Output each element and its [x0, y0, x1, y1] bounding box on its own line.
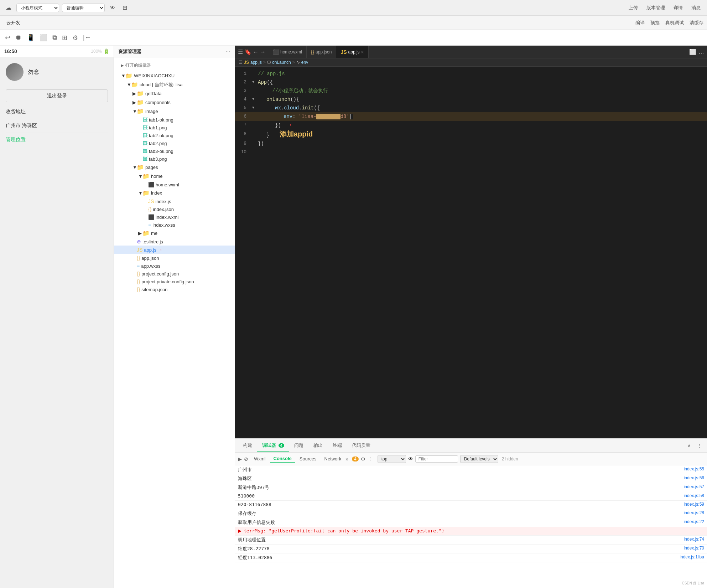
tab-debugger[interactable]: 调试器 4: [257, 440, 289, 452]
layout-icon[interactable]: ⊞: [61, 32, 69, 43]
log-level-select[interactable]: Default levels: [460, 455, 498, 463]
index-wxml-file[interactable]: ⬛ index.wxml: [114, 213, 235, 221]
getData-folder[interactable]: ▶ 📁 getData: [114, 89, 235, 98]
breadcrumb-env[interactable]: env: [301, 60, 308, 65]
console-filter-input[interactable]: [415, 455, 458, 463]
stop-icon[interactable]: ⊘: [244, 456, 248, 462]
tab-issues[interactable]: 问题: [289, 440, 308, 452]
tab2-ok-file[interactable]: 🖼 tab2-ok.png: [114, 131, 235, 139]
file-more-btn[interactable]: ···: [226, 48, 230, 55]
index-js-name: index.js: [155, 199, 171, 204]
subtab-wxml[interactable]: Wxml: [250, 455, 269, 462]
console-link-7[interactable]: index.js:74: [684, 537, 704, 542]
project-private-file[interactable]: {} project.private.config.json: [114, 278, 235, 285]
upload-btn[interactable]: 上传: [626, 4, 641, 12]
tab-terminal[interactable]: 终端: [328, 440, 347, 452]
settings-icon[interactable]: ⚙: [361, 456, 365, 462]
bucket-icon[interactable]: ⚙: [71, 32, 79, 43]
device-icon[interactable]: 📱: [25, 32, 36, 43]
index-json-file[interactable]: {} index.json: [114, 205, 235, 213]
app-js-tab-close[interactable]: ×: [361, 49, 364, 55]
tab-output[interactable]: 输出: [308, 440, 328, 452]
console-link-4[interactable]: index.js:59: [684, 502, 704, 507]
tab2-file[interactable]: 🖼 tab2.png: [114, 139, 235, 147]
bookmark-icon[interactable]: 🔖: [244, 48, 251, 55]
tab-app-json[interactable]: {} app.json: [307, 46, 337, 58]
home-wxml-file[interactable]: ⬛ home.wxml: [114, 181, 235, 189]
cursor-icon[interactable]: |←: [82, 32, 93, 43]
record-icon[interactable]: ⏺: [14, 32, 23, 43]
eye-toggle-btn[interactable]: 👁: [408, 456, 413, 462]
collapse-panel-btn[interactable]: ∧: [685, 442, 693, 449]
hamburger-icon[interactable]: ☰: [238, 48, 243, 55]
eye-icon[interactable]: 👁: [108, 4, 118, 12]
detail-btn[interactable]: 详情: [671, 4, 686, 12]
root-folder[interactable]: ▼ 📁 WEIXINXIAOCHXU: [114, 71, 235, 80]
tab-build[interactable]: 构建: [238, 440, 257, 452]
eslintrc-file[interactable]: ⊛ .eslintrc.js: [114, 238, 235, 246]
app-wxss-file[interactable]: ≡ app.wxss: [114, 262, 235, 270]
split-icon[interactable]: ⬜: [38, 32, 49, 43]
project-config-file[interactable]: {} project.config.json: [114, 270, 235, 278]
manage-location-btn[interactable]: 管理位置: [6, 133, 108, 146]
subtab-console[interactable]: Console: [270, 455, 295, 463]
editor-select[interactable]: 普通编辑: [62, 4, 105, 12]
cloud-dev-label[interactable]: 云开发: [4, 20, 23, 26]
version-btn[interactable]: 版本管理: [644, 4, 668, 12]
prev-tab-btn[interactable]: ←: [253, 49, 259, 55]
index-folder[interactable]: ▼ 📁 index: [114, 189, 235, 197]
copy-icon[interactable]: ⧉: [51, 32, 58, 43]
tab-quality[interactable]: 代码质量: [347, 440, 375, 452]
cloud-folder[interactable]: ▼ 📁 cloud | 当前环境: lisa: [114, 80, 235, 89]
tab3-file[interactable]: 🖼 tab3.png: [114, 155, 235, 163]
tab1-ok-file[interactable]: 🖼 tab1-ok.png: [114, 116, 235, 124]
back-icon[interactable]: ☁: [4, 4, 14, 12]
more-editor-btn[interactable]: …: [698, 49, 704, 55]
error-expand-icon[interactable]: ▶: [238, 528, 241, 533]
address-section: 收货地址 广州市 海珠区 管理位置: [0, 105, 114, 146]
compile-btn[interactable]: 编译: [635, 20, 645, 26]
app-json-file[interactable]: {} app.json: [114, 254, 235, 262]
next-tab-btn[interactable]: →: [260, 49, 266, 55]
app-js-file[interactable]: JS app.js ←: [114, 246, 235, 254]
logout-button[interactable]: 退出登录: [6, 89, 108, 102]
console-link-9[interactable]: index.js:1lisa: [680, 555, 704, 559]
console-link-8[interactable]: index.js:70: [684, 546, 704, 551]
index-js-file[interactable]: JS index.js: [114, 197, 235, 205]
device-debug-btn[interactable]: 真机调试: [665, 20, 684, 26]
console-link-2[interactable]: index.js:57: [684, 484, 704, 489]
pages-folder[interactable]: ▼ 📁 pages: [114, 163, 235, 172]
more-console-btn[interactable]: »: [345, 456, 348, 462]
open-editors-header[interactable]: ▶ 打开的编辑器: [114, 61, 235, 70]
me-folder[interactable]: ▶ 📁 me: [114, 229, 235, 238]
console-link-3[interactable]: index.js:58: [684, 493, 704, 498]
console-link-0[interactable]: index.js:55: [684, 466, 704, 471]
console-link-6[interactable]: index.js:22: [684, 519, 704, 524]
tab1-file[interactable]: 🖼 tab1.png: [114, 124, 235, 131]
message-btn[interactable]: 消息: [688, 4, 703, 12]
index-wxss-file[interactable]: ≡ index.wxss: [114, 221, 235, 229]
more-panel-btn[interactable]: ⋮: [695, 442, 704, 449]
components-folder[interactable]: ▶ 📁 components: [114, 98, 235, 107]
breadcrumb-onlaunch[interactable]: onLaunch: [272, 60, 291, 65]
sitemap-file[interactable]: {} sitemap.json: [114, 285, 235, 293]
split-editor-btn[interactable]: ⬜: [689, 48, 696, 55]
console-link-5[interactable]: index.js:28: [684, 510, 704, 515]
image-folder[interactable]: ▼ 📁 image: [114, 107, 235, 116]
subtab-sources[interactable]: Sources: [296, 455, 320, 462]
home-folder[interactable]: ▼ 📁 home: [114, 172, 235, 181]
console-link-1[interactable]: index.js:56: [684, 475, 704, 480]
clear-cache-btn[interactable]: 清缓存: [690, 20, 703, 26]
preview-btn[interactable]: 预览: [650, 20, 660, 26]
tab-app-js[interactable]: JS app.js ×: [336, 46, 368, 58]
undo-icon[interactable]: ↩: [4, 32, 12, 43]
subtab-network[interactable]: Network: [321, 455, 345, 462]
tab-home-wxml[interactable]: ⬛ home.wxml: [269, 46, 307, 58]
mode-select[interactable]: 小程序模式: [16, 4, 59, 12]
more-options-icon[interactable]: ⋮: [368, 456, 373, 462]
frame-selector[interactable]: top: [378, 455, 406, 463]
grid-icon[interactable]: ⊞: [120, 4, 129, 12]
breadcrumb-app-js[interactable]: app.js: [250, 60, 262, 65]
run-icon[interactable]: ▶: [238, 456, 242, 462]
tab3-ok-file[interactable]: 🖼 tab3-ok.png: [114, 147, 235, 155]
